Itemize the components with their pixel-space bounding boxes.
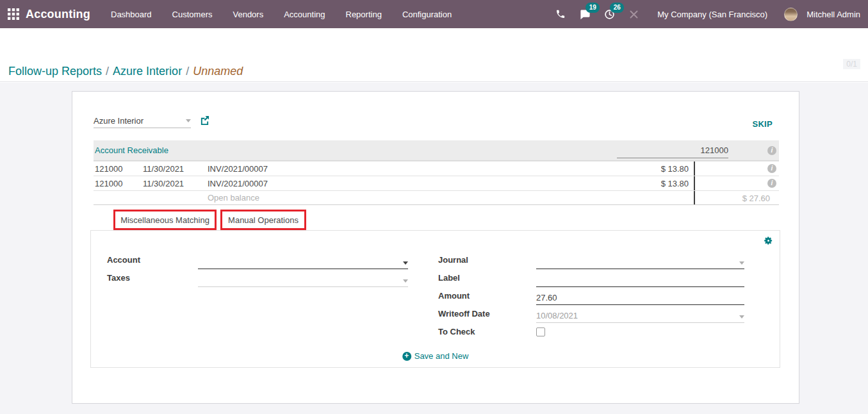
taxes-label: Taxes [107,269,130,287]
taxes-select[interactable] [198,272,408,287]
breadcrumb-azure-interior[interactable]: Azure Interior [113,65,182,78]
amount-input[interactable]: 27.60 [536,290,744,305]
content-area: Azure Interior SKIP Account Receivable 1… [0,83,868,414]
breadcrumb-current: Unnamed [193,65,243,78]
app-title[interactable]: Accounting [26,8,90,21]
table-row[interactable]: 121000 11/30/2021 INV/2021/00007 $ 13.80 [94,161,779,176]
account-code-input[interactable]: 121000 [617,143,728,158]
open-balance-credit: $ 27.60 [694,191,779,204]
table-row[interactable]: 121000 11/30/2021 INV/2021/00007 $ 13.80 [94,176,779,190]
cell-credit [694,176,779,190]
chevron-down-icon [739,315,744,319]
writeoff-date-value: 10/08/2021 [536,311,739,322]
open-balance-row: Open balance $ 27.60 [94,190,779,205]
manual-operations-panel: Account Taxes Journal Label Amount 27.60… [90,230,780,368]
label-input[interactable] [536,272,744,287]
phone-icon[interactable] [551,4,570,24]
info-icon[interactable] [767,179,776,188]
cell-label: INV/2021/00007 [208,164,610,174]
record-pager[interactable]: 0/1 [843,59,860,69]
user-avatar[interactable] [784,8,798,21]
cell-date: 11/30/2021 [143,164,208,174]
gear-icon[interactable] [764,236,773,245]
messages-icon[interactable]: 19 [575,4,594,24]
chevron-down-icon [403,279,408,283]
menu-accounting[interactable]: Accounting [284,10,325,19]
skip-button[interactable]: SKIP [752,119,773,129]
main-menu: Dashboard Customers Vendors Accounting R… [111,10,452,19]
external-link-icon[interactable] [191,115,209,128]
journal-label: Journal [438,251,468,269]
cell-debit: $ 13.80 [610,164,694,174]
label-label: Label [438,269,460,287]
menu-dashboard[interactable]: Dashboard [111,10,152,19]
control-panel: Follow-up Reports/Azure Interior/Unnamed… [0,28,868,82]
activities-icon[interactable]: 26 [600,4,619,24]
reconciliation-table: Account Receivable 121000 121000 11/30/2… [94,140,779,205]
cell-credit [694,161,779,176]
cell-debit: $ 13.80 [610,179,694,188]
save-and-new-button[interactable]: Save and New [402,351,469,361]
cell-account: 121000 [94,179,143,188]
writeoff-date-label: Writeoff Date [438,305,490,323]
breadcrumb: Follow-up Reports/Azure Interior/Unnamed [8,65,243,78]
writeoff-date-select[interactable]: 10/08/2021 [536,308,744,323]
tab-manual-operations[interactable]: Manual Operations [220,210,306,230]
breadcrumb-separator: / [182,65,193,78]
cell-account: 121000 [94,164,143,174]
info-icon[interactable] [767,164,776,173]
plus-circle-icon [402,352,411,361]
info-icon[interactable] [767,146,776,155]
user-menu[interactable]: Mitchell Admin [807,10,860,19]
partner-value: Azure Interior [94,116,186,126]
open-balance-label: Open balance [208,193,610,203]
messages-badge: 19 [585,3,600,13]
chevron-down-icon [739,261,744,265]
breadcrumb-separator: / [102,65,113,78]
apps-grid-icon[interactable] [8,8,19,20]
cell-label: INV/2021/00007 [208,179,610,188]
tab-miscellaneous-matching[interactable]: Miscellaneous Matching [113,210,217,230]
chevron-down-icon [186,119,191,122]
amount-label: Amount [438,287,470,305]
partner-select[interactable]: Azure Interior [94,114,191,128]
developer-tools-icon[interactable] [624,4,643,24]
company-switcher[interactable]: My Company (San Francisco) [657,10,767,19]
reconciliation-card: Azure Interior SKIP Account Receivable 1… [72,91,799,404]
breadcrumb-followup-reports[interactable]: Follow-up Reports [8,65,102,78]
chevron-down-icon [403,261,408,265]
to-check-label: To Check [438,323,475,341]
menu-vendors[interactable]: Vendors [233,10,263,19]
account-label: Account [107,251,140,269]
menu-customers[interactable]: Customers [172,10,213,19]
account-select[interactable] [198,254,408,269]
cell-date: 11/30/2021 [143,179,208,188]
account-header-row: Account Receivable 121000 [94,140,779,161]
top-nav: Accounting Dashboard Customers Vendors A… [0,0,868,28]
account-name-link[interactable]: Account Receivable [94,145,168,155]
activities-badge: 26 [610,3,624,13]
to-check-checkbox[interactable] [536,327,545,336]
amount-value: 27.60 [536,293,744,304]
journal-select[interactable] [536,254,744,269]
menu-reporting[interactable]: Reporting [346,10,382,19]
menu-configuration[interactable]: Configuration [402,10,452,19]
